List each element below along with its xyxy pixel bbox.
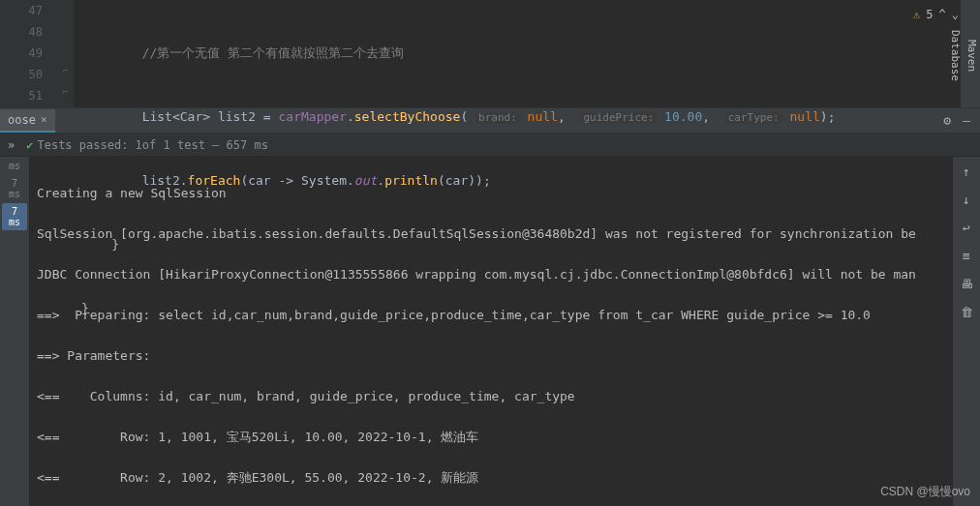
code-area[interactable]: //第一个无值 第二个有值就按照第二个去查询 List<Car> list2 =… [74,0,980,107]
code-text: List<Car> list2 = [142,109,279,124]
maven-tool-button[interactable]: Maven [964,4,980,108]
code-line[interactable]: //第一个无值 第二个有值就按照第二个去查询 [81,43,980,64]
close-icon[interactable]: × [41,113,47,126]
run-tab[interactable]: oose × [0,109,55,133]
param-hint: brand: [475,111,520,124]
console-line: <== Columns: id, car_num, brand, guide_p… [37,386,945,406]
console-line: <== Row: 1, 1001, 宝马520Li, 10.00, 2022-1… [37,427,945,447]
code-line[interactable]: } [81,298,980,319]
fold-column[interactable]: ⌐ ⌐ [60,0,74,107]
test-node[interactable]: 7 ms [2,175,27,202]
line-number: 49 [0,43,43,64]
comment: //第一个无值 第二个有值就按照第二个去查询 [142,45,404,60]
line-number: 51 [0,85,43,106]
test-node-active[interactable]: 7 ms [2,203,27,230]
fold-end-icon[interactable]: ⌐ [63,87,68,97]
warning-icon[interactable]: ⚠ [913,4,920,25]
database-tool-button[interactable]: Database [947,4,964,108]
test-tree-rail: ms 7 ms 7 ms [0,157,29,506]
expand-icon[interactable]: » [8,138,22,152]
watermark: CSDN @慢慢ovo [880,484,970,500]
line-number: 47 [0,0,43,21]
code-line[interactable]: } [81,234,980,255]
check-icon: ✔ [22,138,37,152]
method-call: selectByChoose [354,109,461,124]
static-field: out [354,173,377,188]
warning-count: 5 [926,4,933,25]
field-ref: carMapper [279,109,347,124]
param-hint: guidePrice: [580,111,657,124]
code-line[interactable]: List<Car> list2 = carMapper.selectByChoo… [81,106,980,128]
fold-end-icon[interactable]: ⌐ [63,66,68,75]
line-gutter: 47 48 49 50 51 [0,0,60,107]
line-number: 48 [0,21,43,43]
test-node[interactable]: ms [2,158,27,174]
param-hint: carType: [725,111,782,124]
tab-label: oose [8,113,36,127]
prev-highlight-icon[interactable]: ^ [939,4,946,25]
line-number: 50 [0,64,43,85]
code-line[interactable]: list2.forEach(car -> System.out.println(… [81,170,980,192]
console-line: <== Row: 2, 1002, 奔驰E300L, 55.00, 2022-1… [37,467,945,488]
right-toolwindow-bar: Maven Database [961,0,980,108]
code-editor: 47 48 49 50 51 ⌐ ⌐ //第一个无值 第二个有值就按照第二个去查… [0,0,980,108]
